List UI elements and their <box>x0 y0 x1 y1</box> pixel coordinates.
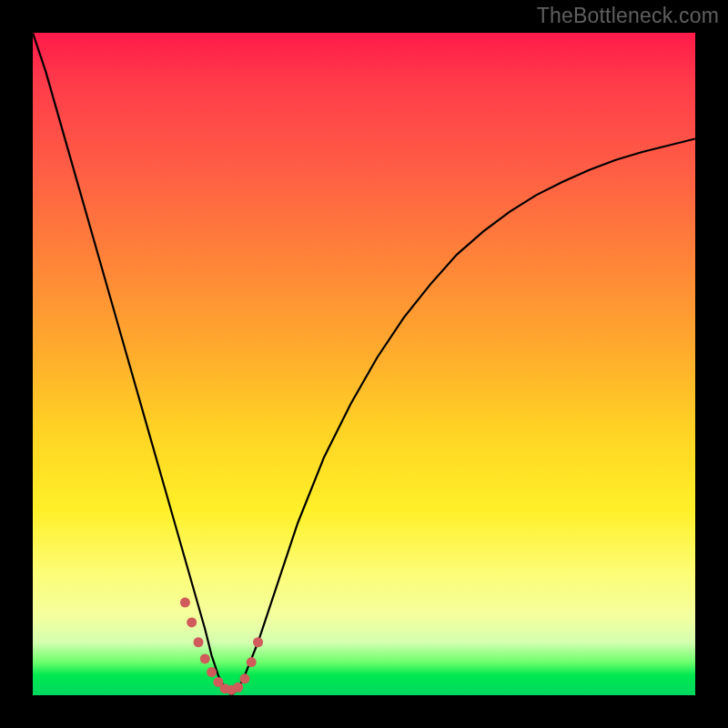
highlight-point <box>180 598 190 608</box>
highlight-point <box>253 637 263 647</box>
highlight-point <box>247 657 257 667</box>
plot-area <box>33 33 695 695</box>
highlight-point <box>207 667 217 677</box>
highlight-point <box>239 673 249 683</box>
highlight-point <box>194 637 204 647</box>
highlight-point <box>187 617 197 627</box>
watermark-text: TheBottleneck.com <box>537 4 719 28</box>
chart-frame: TheBottleneck.com <box>0 0 728 728</box>
bottleneck-curve <box>33 33 695 695</box>
highlight-points-group <box>180 598 263 695</box>
highlight-point <box>200 653 210 663</box>
plot-svg <box>33 33 695 695</box>
highlight-point <box>233 682 243 693</box>
